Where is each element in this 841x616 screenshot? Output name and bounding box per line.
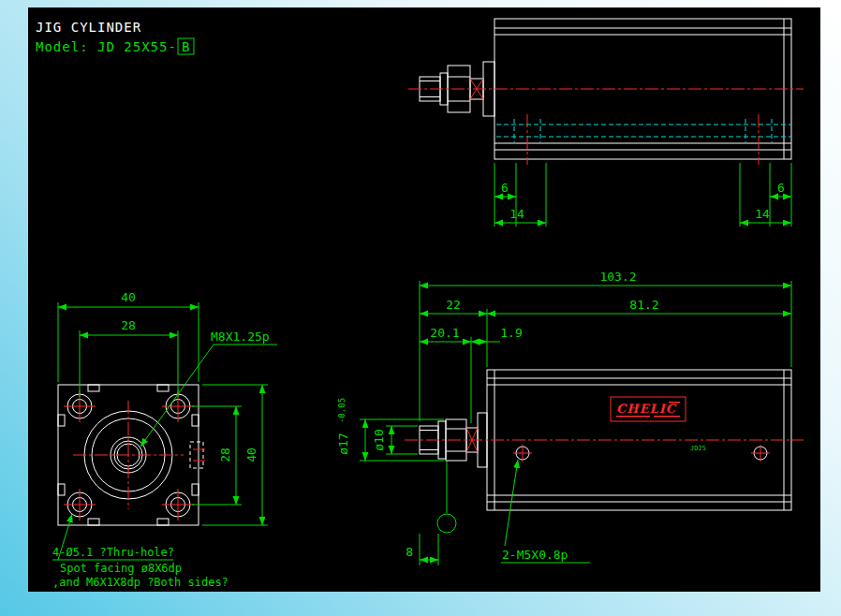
model-label: Model: JD 25X55- <box>36 39 177 54</box>
dim-text: ø10 <box>372 429 386 450</box>
part-code: JD25 <box>690 445 706 452</box>
logo-fine-print <box>616 416 650 418</box>
drawing-area[interactable] <box>28 7 820 592</box>
cad-canvas[interactable]: JIG CYLINDER Model: JD 25X55- B <box>0 0 841 616</box>
dim-gap-length: 1.9 <box>500 326 522 340</box>
dim-text: 28 <box>121 318 136 332</box>
note-line-3: ,and M6X1X8dp ?Both sides? <box>52 576 229 589</box>
logo-fine-print <box>669 402 680 403</box>
dim-text: 8 <box>406 545 413 559</box>
dim-text: 40 <box>121 290 136 304</box>
dim-text: 14 <box>509 207 524 221</box>
dim-tolerance: -0.05 <box>337 398 347 423</box>
model-rev: B <box>182 39 190 54</box>
logo-fine-print <box>654 416 680 418</box>
brand-logo: CHELIC <box>616 402 677 416</box>
dim-total-length: 103.2 <box>599 270 636 284</box>
dim-step-length: 20.1 <box>430 326 459 340</box>
note-line-2: Spot facing ø8X6dp <box>60 562 182 575</box>
dim-text: 6 <box>501 181 509 195</box>
port-thread-label: 2-M5X0.8p <box>502 548 568 562</box>
dim-text: ø17 <box>336 433 350 454</box>
note-line-1: 4-Ø5.1 ?Thru-hole? <box>52 546 174 559</box>
dim-body-length: 81.2 <box>629 298 658 312</box>
drawing-title: JIG CYLINDER <box>36 20 141 35</box>
thread-label: M8X1.25p <box>211 330 270 344</box>
dim-text: 14 <box>755 207 770 221</box>
dim-text: 40 <box>244 447 258 462</box>
dim-text: 28 <box>218 447 232 462</box>
dim-text: 6 <box>777 181 785 195</box>
dim-rod-length: 22 <box>446 298 461 312</box>
